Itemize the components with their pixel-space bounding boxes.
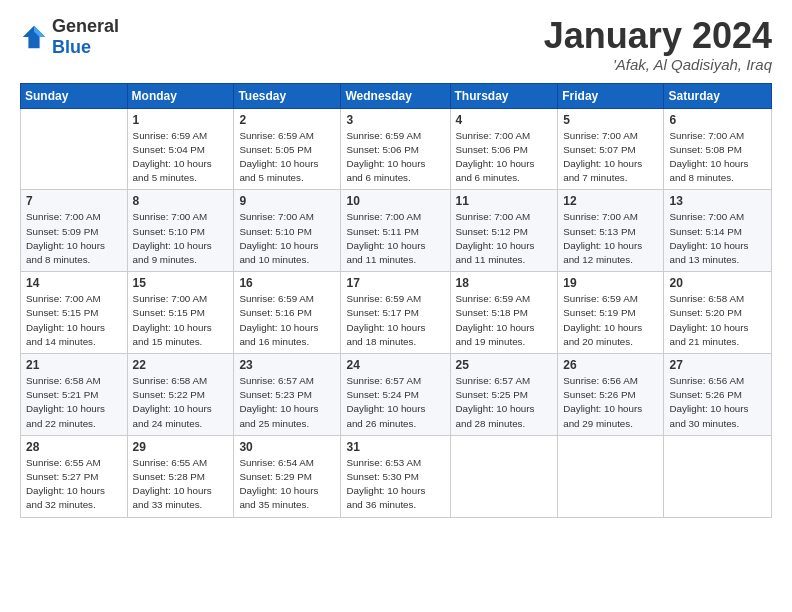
day-info: Sunrise: 7:00 AMSunset: 5:09 PMDaylight:… bbox=[26, 210, 122, 267]
day-number: 27 bbox=[669, 358, 766, 372]
day-info: Sunrise: 7:00 AMSunset: 5:15 PMDaylight:… bbox=[133, 292, 229, 349]
logo-general: General bbox=[52, 16, 119, 36]
table-row: 8Sunrise: 7:00 AMSunset: 5:10 PMDaylight… bbox=[127, 190, 234, 272]
table-row: 27Sunrise: 6:56 AMSunset: 5:26 PMDayligh… bbox=[664, 354, 772, 436]
table-row: 2Sunrise: 6:59 AMSunset: 5:05 PMDaylight… bbox=[234, 108, 341, 190]
table-row: 15Sunrise: 7:00 AMSunset: 5:15 PMDayligh… bbox=[127, 272, 234, 354]
day-info: Sunrise: 6:57 AMSunset: 5:25 PMDaylight:… bbox=[456, 374, 553, 431]
day-info: Sunrise: 6:58 AMSunset: 5:22 PMDaylight:… bbox=[133, 374, 229, 431]
day-info: Sunrise: 6:59 AMSunset: 5:05 PMDaylight:… bbox=[239, 129, 335, 186]
day-number: 3 bbox=[346, 113, 444, 127]
col-thursday: Thursday bbox=[450, 83, 558, 108]
header: General Blue January 2024 'Afak, Al Qadi… bbox=[20, 16, 772, 73]
table-row: 10Sunrise: 7:00 AMSunset: 5:11 PMDayligh… bbox=[341, 190, 450, 272]
logo-text: General Blue bbox=[52, 16, 119, 58]
day-number: 1 bbox=[133, 113, 229, 127]
day-info: Sunrise: 6:59 AMSunset: 5:16 PMDaylight:… bbox=[239, 292, 335, 349]
day-info: Sunrise: 6:55 AMSunset: 5:27 PMDaylight:… bbox=[26, 456, 122, 513]
day-info: Sunrise: 6:56 AMSunset: 5:26 PMDaylight:… bbox=[669, 374, 766, 431]
calendar-header-row: Sunday Monday Tuesday Wednesday Thursday… bbox=[21, 83, 772, 108]
col-tuesday: Tuesday bbox=[234, 83, 341, 108]
day-number: 6 bbox=[669, 113, 766, 127]
table-row: 4Sunrise: 7:00 AMSunset: 5:06 PMDaylight… bbox=[450, 108, 558, 190]
day-number: 22 bbox=[133, 358, 229, 372]
table-row: 5Sunrise: 7:00 AMSunset: 5:07 PMDaylight… bbox=[558, 108, 664, 190]
calendar-week-3: 14Sunrise: 7:00 AMSunset: 5:15 PMDayligh… bbox=[21, 272, 772, 354]
table-row: 13Sunrise: 7:00 AMSunset: 5:14 PMDayligh… bbox=[664, 190, 772, 272]
day-info: Sunrise: 6:59 AMSunset: 5:06 PMDaylight:… bbox=[346, 129, 444, 186]
day-info: Sunrise: 7:00 AMSunset: 5:10 PMDaylight:… bbox=[239, 210, 335, 267]
day-info: Sunrise: 7:00 AMSunset: 5:12 PMDaylight:… bbox=[456, 210, 553, 267]
calendar-week-4: 21Sunrise: 6:58 AMSunset: 5:21 PMDayligh… bbox=[21, 354, 772, 436]
day-number: 26 bbox=[563, 358, 658, 372]
subtitle: 'Afak, Al Qadisiyah, Iraq bbox=[544, 56, 772, 73]
day-number: 16 bbox=[239, 276, 335, 290]
table-row: 6Sunrise: 7:00 AMSunset: 5:08 PMDaylight… bbox=[664, 108, 772, 190]
table-row: 21Sunrise: 6:58 AMSunset: 5:21 PMDayligh… bbox=[21, 354, 128, 436]
day-number: 18 bbox=[456, 276, 553, 290]
calendar: Sunday Monday Tuesday Wednesday Thursday… bbox=[20, 83, 772, 518]
day-info: Sunrise: 7:00 AMSunset: 5:06 PMDaylight:… bbox=[456, 129, 553, 186]
day-info: Sunrise: 6:54 AMSunset: 5:29 PMDaylight:… bbox=[239, 456, 335, 513]
table-row: 16Sunrise: 6:59 AMSunset: 5:16 PMDayligh… bbox=[234, 272, 341, 354]
day-number: 30 bbox=[239, 440, 335, 454]
title-area: January 2024 'Afak, Al Qadisiyah, Iraq bbox=[544, 16, 772, 73]
day-number: 11 bbox=[456, 194, 553, 208]
day-number: 20 bbox=[669, 276, 766, 290]
table-row: 18Sunrise: 6:59 AMSunset: 5:18 PMDayligh… bbox=[450, 272, 558, 354]
day-number: 4 bbox=[456, 113, 553, 127]
table-row: 9Sunrise: 7:00 AMSunset: 5:10 PMDaylight… bbox=[234, 190, 341, 272]
col-monday: Monday bbox=[127, 83, 234, 108]
table-row: 1Sunrise: 6:59 AMSunset: 5:04 PMDaylight… bbox=[127, 108, 234, 190]
day-number: 9 bbox=[239, 194, 335, 208]
day-number: 5 bbox=[563, 113, 658, 127]
table-row: 31Sunrise: 6:53 AMSunset: 5:30 PMDayligh… bbox=[341, 435, 450, 517]
month-title: January 2024 bbox=[544, 16, 772, 56]
day-number: 12 bbox=[563, 194, 658, 208]
day-number: 17 bbox=[346, 276, 444, 290]
day-info: Sunrise: 7:00 AMSunset: 5:08 PMDaylight:… bbox=[669, 129, 766, 186]
day-info: Sunrise: 6:57 AMSunset: 5:24 PMDaylight:… bbox=[346, 374, 444, 431]
col-friday: Friday bbox=[558, 83, 664, 108]
table-row: 19Sunrise: 6:59 AMSunset: 5:19 PMDayligh… bbox=[558, 272, 664, 354]
day-number: 19 bbox=[563, 276, 658, 290]
day-number: 28 bbox=[26, 440, 122, 454]
logo: General Blue bbox=[20, 16, 119, 58]
table-row: 20Sunrise: 6:58 AMSunset: 5:20 PMDayligh… bbox=[664, 272, 772, 354]
day-number: 23 bbox=[239, 358, 335, 372]
day-info: Sunrise: 6:55 AMSunset: 5:28 PMDaylight:… bbox=[133, 456, 229, 513]
day-number: 29 bbox=[133, 440, 229, 454]
day-info: Sunrise: 6:58 AMSunset: 5:21 PMDaylight:… bbox=[26, 374, 122, 431]
table-row: 22Sunrise: 6:58 AMSunset: 5:22 PMDayligh… bbox=[127, 354, 234, 436]
table-row: 23Sunrise: 6:57 AMSunset: 5:23 PMDayligh… bbox=[234, 354, 341, 436]
table-row: 14Sunrise: 7:00 AMSunset: 5:15 PMDayligh… bbox=[21, 272, 128, 354]
table-row bbox=[664, 435, 772, 517]
table-row bbox=[21, 108, 128, 190]
table-row: 28Sunrise: 6:55 AMSunset: 5:27 PMDayligh… bbox=[21, 435, 128, 517]
day-info: Sunrise: 7:00 AMSunset: 5:14 PMDaylight:… bbox=[669, 210, 766, 267]
col-sunday: Sunday bbox=[21, 83, 128, 108]
table-row: 29Sunrise: 6:55 AMSunset: 5:28 PMDayligh… bbox=[127, 435, 234, 517]
day-info: Sunrise: 6:58 AMSunset: 5:20 PMDaylight:… bbox=[669, 292, 766, 349]
day-info: Sunrise: 6:59 AMSunset: 5:19 PMDaylight:… bbox=[563, 292, 658, 349]
logo-icon bbox=[20, 23, 48, 51]
day-info: Sunrise: 7:00 AMSunset: 5:07 PMDaylight:… bbox=[563, 129, 658, 186]
day-info: Sunrise: 7:00 AMSunset: 5:11 PMDaylight:… bbox=[346, 210, 444, 267]
table-row: 26Sunrise: 6:56 AMSunset: 5:26 PMDayligh… bbox=[558, 354, 664, 436]
table-row: 3Sunrise: 6:59 AMSunset: 5:06 PMDaylight… bbox=[341, 108, 450, 190]
day-number: 13 bbox=[669, 194, 766, 208]
col-saturday: Saturday bbox=[664, 83, 772, 108]
day-info: Sunrise: 7:00 AMSunset: 5:10 PMDaylight:… bbox=[133, 210, 229, 267]
page: General Blue January 2024 'Afak, Al Qadi… bbox=[0, 0, 792, 612]
day-info: Sunrise: 6:53 AMSunset: 5:30 PMDaylight:… bbox=[346, 456, 444, 513]
day-number: 21 bbox=[26, 358, 122, 372]
day-number: 10 bbox=[346, 194, 444, 208]
day-info: Sunrise: 6:59 AMSunset: 5:04 PMDaylight:… bbox=[133, 129, 229, 186]
day-number: 2 bbox=[239, 113, 335, 127]
table-row: 17Sunrise: 6:59 AMSunset: 5:17 PMDayligh… bbox=[341, 272, 450, 354]
calendar-week-2: 7Sunrise: 7:00 AMSunset: 5:09 PMDaylight… bbox=[21, 190, 772, 272]
day-number: 25 bbox=[456, 358, 553, 372]
day-info: Sunrise: 6:56 AMSunset: 5:26 PMDaylight:… bbox=[563, 374, 658, 431]
logo-blue: Blue bbox=[52, 37, 91, 57]
col-wednesday: Wednesday bbox=[341, 83, 450, 108]
